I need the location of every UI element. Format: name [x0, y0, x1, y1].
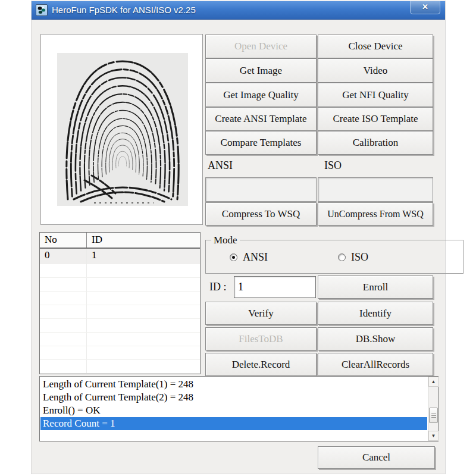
records-table: No ID 0 1: [39, 232, 201, 374]
radio-iso-dot[interactable]: [338, 253, 346, 261]
video-button[interactable]: Video: [318, 58, 433, 83]
log-line[interactable]: Length of Current Template(1) = 248: [40, 378, 427, 391]
log-scrollbar[interactable]: ▲ ▼: [428, 377, 438, 441]
radio-ansi-dot[interactable]: [230, 253, 237, 261]
iso-template-field[interactable]: [318, 177, 433, 202]
compress-to-wsq-button[interactable]: Compress To WSQ: [205, 202, 317, 226]
files-to-db-button[interactable]: FilesToDB: [205, 327, 317, 350]
radio-iso-label: ISO: [351, 251, 368, 264]
table-row-empty: [40, 264, 200, 278]
app-logo-icon: [36, 4, 48, 16]
id-input[interactable]: [234, 276, 316, 298]
scroll-down-icon[interactable]: ▼: [428, 431, 439, 441]
table-row[interactable]: 0 1: [40, 249, 200, 264]
page: HeroFun FpSDK for ANSI/ISO v2.25 ✕: [0, 0, 476, 476]
column-header-id[interactable]: ID: [87, 233, 200, 248]
table-row-empty: [40, 346, 200, 360]
cancel-button[interactable]: Cancel: [318, 446, 435, 469]
radio-iso[interactable]: ISO: [338, 251, 368, 264]
log-line[interactable]: Record Count = 1: [40, 417, 427, 430]
log-line[interactable]: Length of Current Template(2) = 248: [40, 391, 427, 404]
ansi-template-field[interactable]: [205, 177, 317, 202]
column-header-no[interactable]: No: [40, 233, 87, 248]
scroll-up-icon[interactable]: ▲: [428, 377, 439, 387]
mode-groupbox: Mode ANSI ISO: [205, 240, 464, 274]
records-table-header: No ID: [40, 233, 200, 249]
table-row-empty: [40, 319, 200, 333]
table-row-empty: [40, 305, 200, 319]
log-line[interactable]: Enroll() = OK: [40, 404, 427, 417]
clear-all-records-button[interactable]: ClearAllRecords: [318, 353, 433, 376]
uncompress-from-wsq-button[interactable]: UnCompress From WSQ: [318, 202, 433, 226]
fingerprint-preview-panel: [40, 34, 203, 225]
create-ansi-template-button[interactable]: Create ANSI Template: [205, 107, 317, 131]
cell-no: 0: [40, 249, 87, 264]
enroll-button[interactable]: Enroll: [318, 275, 433, 299]
scrollbar-thumb[interactable]: [429, 408, 438, 423]
close-button[interactable]: ✕: [410, 1, 440, 14]
table-row-empty: [40, 333, 200, 346]
get-nfi-quality-button[interactable]: Get NFI Quality: [318, 83, 433, 107]
create-iso-template-button[interactable]: Create ISO Template: [318, 107, 433, 131]
calibration-button[interactable]: Calibration: [318, 131, 433, 155]
close-device-button[interactable]: Close Device: [318, 35, 433, 58]
identify-button[interactable]: Identify: [318, 302, 433, 325]
table-row-empty: [40, 360, 200, 374]
title-bar: HeroFun FpSDK for ANSI/ISO v2.25 ✕: [32, 1, 445, 20]
get-image-quality-button[interactable]: Get Image Quality: [205, 83, 317, 107]
ansi-field-label: ANSI: [208, 159, 233, 172]
iso-field-label: ISO: [324, 159, 342, 172]
delete-record-button[interactable]: Delete.Record: [205, 353, 317, 376]
cell-id: 1: [87, 249, 200, 264]
fingerprint-image: [57, 53, 188, 206]
db-show-button[interactable]: DB.Show: [318, 327, 433, 350]
app-window: HeroFun FpSDK for ANSI/ISO v2.25 ✕: [32, 1, 445, 474]
table-row-empty: [40, 278, 200, 292]
open-device-button[interactable]: Open Device: [205, 35, 317, 58]
log-listbox: Length of Current Template(1) = 248 Leng…: [39, 376, 439, 441]
table-row-empty: [40, 292, 200, 305]
radio-ansi[interactable]: ANSI: [230, 251, 268, 264]
verify-button[interactable]: Verify: [205, 302, 317, 325]
scrollbar-grip-icon: [431, 414, 436, 418]
compare-templates-button[interactable]: Compare Templates: [205, 131, 317, 155]
get-image-button[interactable]: Get Image: [205, 58, 317, 83]
id-label: ID :: [209, 281, 227, 293]
window-title: HeroFun FpSDK for ANSI/ISO v2.25: [52, 5, 196, 15]
radio-ansi-label: ANSI: [243, 251, 268, 264]
